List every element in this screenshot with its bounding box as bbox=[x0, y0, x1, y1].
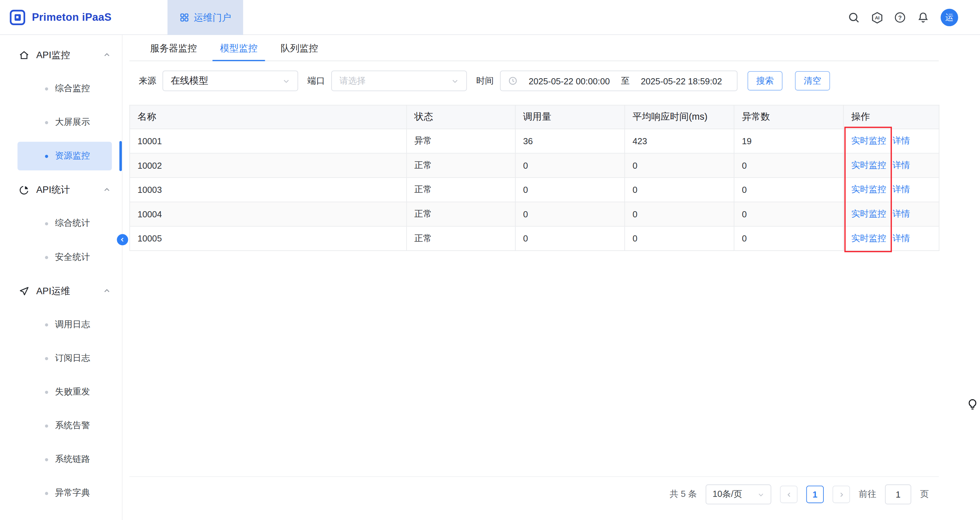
cell-errors: 0 bbox=[734, 202, 843, 227]
monitor-table: 名称 状态 调用量 平均响应时间(ms) 异常数 操作 10001 异常 36 … bbox=[129, 105, 939, 251]
time-range-picker[interactable]: 2025-05-22 00:00:00 至 2025-05-22 18:59:0… bbox=[500, 70, 738, 91]
sidebar-item-resource-monitor[interactable]: 资源监控 bbox=[0, 139, 122, 173]
pagination: 共 5 条 10条/页 1 前往 页 bbox=[129, 476, 939, 504]
bullet-icon bbox=[45, 458, 48, 461]
avatar[interactable]: 运 bbox=[940, 9, 958, 26]
table-row: 10004 正常 0 0 0 实时监控详情 bbox=[130, 202, 939, 227]
sidebar-item-security-stats[interactable]: 安全统计 bbox=[0, 241, 122, 274]
main-content: 服务器监控 模型监控 队列监控 来源 在线模型 端口 请选择 时间 bbox=[123, 35, 980, 520]
sidebar-item-system-links[interactable]: 系统链路 bbox=[0, 442, 122, 476]
detail-link[interactable]: 详情 bbox=[892, 184, 910, 194]
port-label: 端口 bbox=[307, 75, 325, 86]
bullet-icon bbox=[45, 256, 48, 259]
sidebar: API监控 综合监控 大屏展示 资源监控 API统计 bbox=[0, 35, 123, 520]
table-row: 10001 异常 36 423 19 实时监控详情 bbox=[130, 129, 939, 154]
sidebar-item-subscription-logs[interactable]: 订阅日志 bbox=[0, 341, 122, 375]
grid-icon bbox=[180, 13, 189, 22]
page-unit-label: 页 bbox=[920, 489, 929, 500]
bullet-icon bbox=[45, 390, 48, 393]
col-avg-response: 平均响应时间(ms) bbox=[625, 105, 734, 129]
page-number-1[interactable]: 1 bbox=[807, 486, 824, 503]
sidebar-group-label: API运维 bbox=[36, 285, 103, 297]
detail-link[interactable]: 详情 bbox=[892, 233, 910, 243]
cell-status: 异常 bbox=[406, 129, 515, 154]
sidebar-group-api-ops[interactable]: API运维 bbox=[0, 274, 122, 308]
sidebar-item-label: 综合监控 bbox=[55, 83, 90, 94]
time-label: 时间 bbox=[476, 75, 493, 86]
col-status: 状态 bbox=[406, 105, 515, 129]
source-label: 来源 bbox=[139, 75, 156, 86]
help-icon[interactable]: ? bbox=[893, 11, 907, 24]
cell-status: 正常 bbox=[406, 202, 515, 227]
sidebar-item-label: 综合统计 bbox=[55, 218, 90, 229]
realtime-monitor-link[interactable]: 实时监控 bbox=[851, 160, 886, 170]
sidebar-item-label: 安全统计 bbox=[55, 252, 90, 263]
realtime-monitor-link[interactable]: 实时监控 bbox=[851, 184, 886, 194]
detail-link[interactable]: 详情 bbox=[892, 208, 910, 218]
port-select[interactable]: 请选择 bbox=[331, 70, 467, 91]
pie-chart-icon bbox=[19, 184, 29, 195]
sidebar-item-label: 系统告警 bbox=[55, 420, 90, 431]
chevron-up-icon bbox=[103, 287, 111, 295]
table-row: 10002 正常 0 0 0 实时监控详情 bbox=[130, 154, 939, 178]
sidebar-item-label: 大屏展示 bbox=[55, 117, 90, 128]
sidebar-item-big-screen[interactable]: 大屏展示 bbox=[0, 105, 122, 139]
cell-name: 10003 bbox=[130, 178, 406, 202]
detail-link[interactable]: 详情 bbox=[892, 135, 910, 145]
sidebar-group-label: API监控 bbox=[36, 49, 103, 61]
clear-button[interactable]: 清空 bbox=[795, 71, 830, 90]
sidebar-item-label: 订阅日志 bbox=[55, 353, 90, 364]
ai-icon[interactable]: AI bbox=[870, 11, 884, 24]
cell-errors: 0 bbox=[734, 178, 843, 202]
chevron-up-icon bbox=[103, 51, 111, 59]
sidebar-item-label: 系统链路 bbox=[55, 454, 90, 465]
search-button[interactable]: 搜索 bbox=[748, 71, 783, 90]
sidebar-group-label: API统计 bbox=[36, 184, 103, 196]
detail-link[interactable]: 详情 bbox=[892, 160, 910, 170]
portal-tab-ops[interactable]: 运维门户 bbox=[167, 0, 243, 35]
cell-calls: 0 bbox=[515, 178, 625, 202]
sidebar-item-exception-dictionary[interactable]: 异常字典 bbox=[0, 476, 122, 510]
cell-errors: 0 bbox=[734, 226, 843, 250]
cell-name: 10001 bbox=[130, 129, 406, 154]
bullet-icon bbox=[45, 87, 48, 90]
bullet-icon bbox=[45, 222, 48, 225]
brand-title: Primeton iPaaS bbox=[32, 11, 111, 24]
sidebar-item-comprehensive-monitor[interactable]: 综合监控 bbox=[0, 72, 122, 105]
sidebar-item-failure-retry[interactable]: 失败重发 bbox=[0, 375, 122, 409]
sidebar-group-api-statistics[interactable]: API统计 bbox=[0, 173, 122, 206]
cell-avg-response: 0 bbox=[625, 154, 734, 178]
cell-errors: 19 bbox=[734, 129, 843, 154]
sidebar-item-system-alerts[interactable]: 系统告警 bbox=[0, 409, 122, 442]
tab-model-monitor[interactable]: 模型监控 bbox=[220, 35, 257, 61]
page-size-value: 10条/页 bbox=[713, 489, 742, 500]
sidebar-item-label: 失败重发 bbox=[55, 386, 90, 398]
tab-queue-monitor[interactable]: 队列监控 bbox=[280, 35, 318, 61]
realtime-monitor-link[interactable]: 实时监控 bbox=[851, 135, 886, 145]
bullet-icon bbox=[45, 491, 48, 495]
realtime-monitor-link[interactable]: 实时监控 bbox=[851, 233, 886, 243]
sidebar-item-comprehensive-stats[interactable]: 综合统计 bbox=[0, 207, 122, 241]
cell-name: 10002 bbox=[130, 154, 406, 178]
sidebar-item-call-logs[interactable]: 调用日志 bbox=[0, 308, 122, 341]
prev-page-button[interactable] bbox=[780, 486, 797, 503]
lightbulb-icon[interactable] bbox=[966, 398, 979, 411]
tab-server-monitor[interactable]: 服务器监控 bbox=[150, 35, 197, 61]
time-range-separator: 至 bbox=[621, 75, 630, 86]
col-errors: 异常数 bbox=[734, 105, 843, 129]
goto-page-input[interactable] bbox=[885, 484, 911, 504]
sidebar-group-api-monitor[interactable]: API监控 bbox=[0, 38, 122, 72]
page-size-select[interactable]: 10条/页 bbox=[706, 484, 772, 504]
notification-bell-icon[interactable] bbox=[916, 11, 930, 24]
sidebar-collapse-toggle[interactable] bbox=[117, 234, 128, 245]
brand[interactable]: Primeton iPaaS bbox=[9, 0, 111, 35]
source-select[interactable]: 在线模型 bbox=[162, 70, 298, 91]
time-start-value: 2025-05-22 00:00:00 bbox=[521, 76, 617, 86]
next-page-button[interactable] bbox=[833, 486, 850, 503]
source-select-value: 在线模型 bbox=[170, 75, 208, 87]
search-icon[interactable] bbox=[847, 11, 861, 24]
cell-calls: 0 bbox=[515, 202, 625, 227]
realtime-monitor-link[interactable]: 实时监控 bbox=[851, 208, 886, 218]
cell-name: 10005 bbox=[130, 226, 406, 250]
chevron-down-icon bbox=[451, 77, 459, 85]
